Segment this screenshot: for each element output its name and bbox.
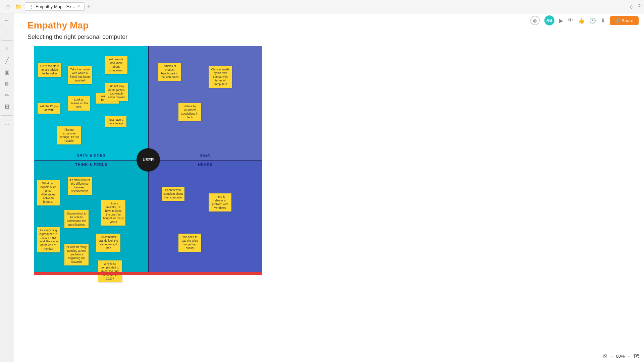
main-content: ◎ AB ▶ 👁 👍 🕐 ⬇ 🔗 Share Empathy Map Selec… bbox=[14, 13, 644, 362]
top-toolbar: ◎ AB ▶ 👁 👍 🕐 ⬇ 🔗 Share bbox=[525, 13, 644, 27]
sticky-shameful-specs[interactable]: Shameful not to be able to understand th… bbox=[64, 210, 89, 228]
clock-icon[interactable]: 🕐 bbox=[589, 17, 596, 24]
quadrant-sees: SEES Articles of product benchmark in th… bbox=[148, 46, 262, 160]
sidebar-divider-1 bbox=[1, 40, 12, 41]
sticky-basic-usage[interactable]: I just have a basic usage bbox=[105, 116, 126, 127]
says-does-label: SAYS & DOES bbox=[77, 153, 105, 157]
sees-label: SEES bbox=[200, 153, 211, 157]
quadrant-says-does: SAYS & DOES Go to the store to ask advic… bbox=[34, 46, 148, 160]
share-button[interactable]: 🔗 Share bbox=[610, 16, 639, 25]
zoom-controls: ⊠ − 80% + 🗺 bbox=[603, 353, 639, 359]
sticky-wait-research[interactable]: I'll wait for really needing a new one b… bbox=[64, 244, 89, 265]
question-icon[interactable]: ? bbox=[638, 4, 641, 10]
active-tab[interactable]: ⋮ Empathy Map - Ex... ✕ bbox=[25, 2, 85, 11]
sticky-take-model[interactable]: Take the model with which a friend has b… bbox=[68, 66, 92, 84]
sticky-ask-friends[interactable]: Ask friends who know about computers bbox=[105, 56, 127, 74]
dots-icon[interactable]: ⋯ bbox=[3, 120, 11, 129]
topbar: ⌂ 📁 ⋮ Empathy Map - Ex... ✕ + ◇ ? bbox=[0, 0, 644, 13]
minimap-icon[interactable]: 🗺 bbox=[633, 353, 639, 359]
sidebar-divider-2 bbox=[1, 115, 12, 116]
user-avatar[interactable]: AB bbox=[544, 15, 554, 25]
image-icon[interactable]: 🖼 bbox=[3, 103, 11, 111]
back-icon[interactable]: ← bbox=[3, 16, 11, 25]
sticky-ask-it-guy[interactable]: Ask the IT guy at work bbox=[38, 103, 60, 114]
text-icon[interactable]: ≡ bbox=[4, 45, 10, 53]
sticky-articles-benchmark[interactable]: Articles of product benchmark in the tec… bbox=[158, 63, 181, 81]
forward-icon[interactable]: → bbox=[3, 27, 11, 36]
user-circle: USER bbox=[137, 148, 160, 172]
hears-label: HEARS bbox=[198, 163, 213, 167]
line-icon[interactable]: ╱ bbox=[4, 56, 10, 65]
topbar-right: ◇ ? bbox=[630, 3, 641, 10]
frame-icon[interactable]: ▣ bbox=[3, 68, 11, 77]
page-subtitle: Selecting the right personal computer bbox=[28, 34, 631, 41]
zoom-level-display: 80% bbox=[616, 354, 625, 359]
zoom-in-button[interactable]: + bbox=[628, 353, 631, 359]
sticky-friends-complain[interactable]: Friends who complain about their compute… bbox=[162, 187, 184, 201]
sticky-made-mistake[interactable]: If I do a mistake, I'll have to keep the… bbox=[101, 200, 125, 226]
thinks-feels-label: THINK & FEELS bbox=[75, 163, 107, 167]
sticky-not-expansive[interactable]: If it's not expansive enough, it's not r… bbox=[57, 126, 81, 144]
eye-icon[interactable]: 👁 bbox=[568, 17, 573, 23]
tab-label: Empathy Map - Ex... bbox=[36, 4, 75, 9]
quadrant-hears: HEARS Friends who complain about their c… bbox=[148, 160, 262, 274]
new-tab-button[interactable]: + bbox=[87, 3, 91, 10]
play-icon[interactable]: ▶ bbox=[559, 17, 563, 24]
folder-icon[interactable]: 📁 bbox=[15, 3, 22, 10]
sticky-go-to-store[interactable]: Go to the store to ask advice to the sel… bbox=[38, 63, 61, 77]
topbar-left: ⌂ 📁 ⋮ Empathy Map - Ex... ✕ + bbox=[3, 2, 91, 11]
capture-icon[interactable]: ◎ bbox=[530, 16, 540, 25]
sticky-difficult-specs[interactable]: It's difficult to tell the difference be… bbox=[68, 177, 92, 195]
empathy-map: SAYS & DOES Go to the store to ask advic… bbox=[34, 46, 262, 274]
sticky-windows-problem[interactable]: There is always a problem with Windows bbox=[209, 193, 231, 212]
user-label: USER bbox=[143, 158, 154, 162]
like-icon[interactable]: 👍 bbox=[578, 17, 585, 24]
sticky-price-differences[interactable]: What can explain such price differences … bbox=[37, 180, 60, 205]
home-icon[interactable]: ⌂ bbox=[3, 2, 13, 11]
left-sidebar: ← → ≡ ╱ ▣ 🗈 ✏ 🖼 ⋯ bbox=[0, 13, 14, 362]
fit-to-screen-icon[interactable]: ⊠ bbox=[603, 353, 607, 359]
sticky-no-video-games[interactable]: I do not play video games, just watch so… bbox=[105, 83, 128, 101]
diamond-icon[interactable]: ◇ bbox=[630, 3, 634, 10]
sticky-why-complicated[interactable]: Why is so complicated to select the righ… bbox=[98, 260, 122, 282]
tab-close-icon[interactable]: ✕ bbox=[77, 4, 80, 9]
sticky-icon[interactable]: 🗈 bbox=[3, 79, 11, 88]
sticky-look-reviews[interactable]: Look at reviews on the web bbox=[68, 96, 90, 111]
sticky-youtube-videos[interactable]: Videos by Youtubers specialized in tech bbox=[178, 103, 201, 121]
sticky-choices-company[interactable]: Choices made by his own company in terms… bbox=[209, 66, 232, 88]
sticky-asia-production[interactable]: As everything is produced in Asia, it mu… bbox=[37, 227, 60, 252]
sticky-computer-brands[interactable]: All computer brands look the same, excep… bbox=[96, 234, 120, 252]
zoom-out-button[interactable]: − bbox=[610, 353, 613, 359]
quadrant-thinks-feels: THINK & FEELS What can explain such pric… bbox=[34, 160, 148, 274]
bottom-bar-red bbox=[34, 272, 262, 275]
page-content: Empathy Map Selecting the right personal… bbox=[14, 13, 644, 362]
sticky-pay-price[interactable]: You need to pay the price for getting qu… bbox=[178, 234, 201, 252]
download-icon[interactable]: ⬇ bbox=[601, 17, 605, 24]
pen-icon[interactable]: ✏ bbox=[3, 91, 10, 100]
